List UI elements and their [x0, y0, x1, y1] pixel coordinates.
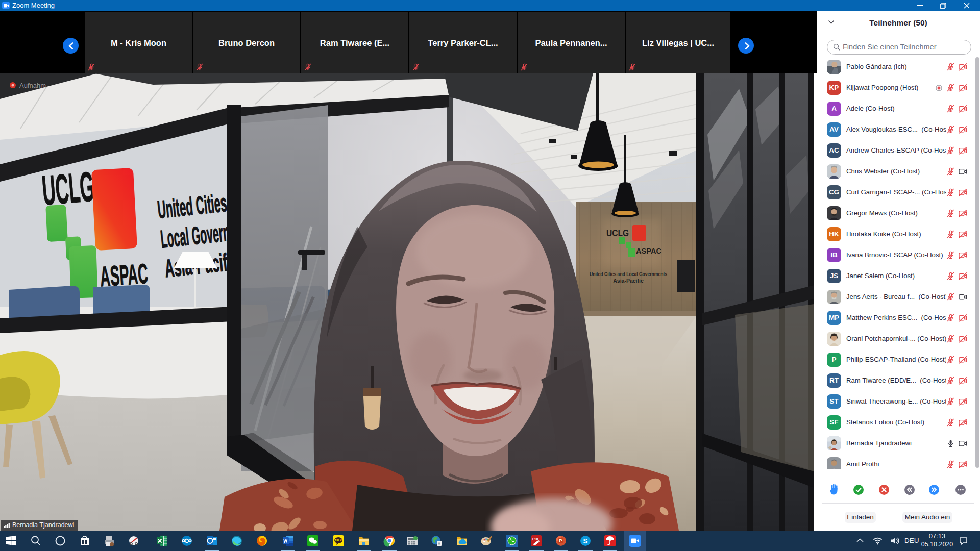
- svg-text:S: S: [583, 537, 587, 545]
- svg-text:United Cities and Local Govern: United Cities and Local Governments: [590, 271, 667, 277]
- svg-text:Aufnahm: Aufnahm: [19, 82, 46, 89]
- svg-text:TALK: TALK: [335, 539, 342, 542]
- svg-text:Asia-Pacific: Asia-Pacific: [613, 278, 644, 284]
- svg-text:ASPAC: ASPAC: [636, 246, 662, 255]
- svg-text:UCLG: UCLG: [606, 228, 629, 238]
- svg-text:P: P: [559, 538, 562, 543]
- svg-text:PDF: PDF: [532, 537, 540, 541]
